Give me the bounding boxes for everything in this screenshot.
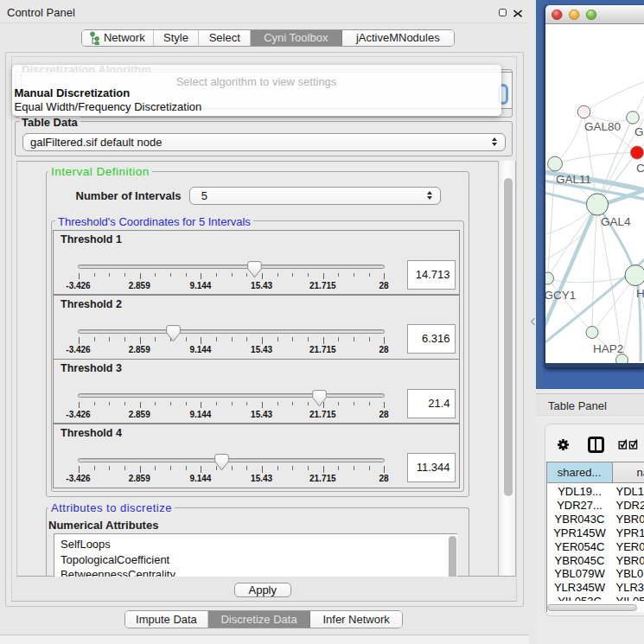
svg-text:GAL80: GAL80 bbox=[584, 120, 621, 133]
svg-text:HAP2: HAP2 bbox=[593, 341, 623, 354]
svg-text:GAL4: GAL4 bbox=[601, 215, 631, 228]
svg-text:CD: CD bbox=[636, 162, 644, 175]
svg-text:GCY1: GCY1 bbox=[545, 288, 576, 301]
svg-text:GA: GA bbox=[634, 124, 644, 137]
svg-text:GAL11: GAL11 bbox=[556, 172, 591, 185]
svg-text:HI: HI bbox=[636, 286, 644, 299]
